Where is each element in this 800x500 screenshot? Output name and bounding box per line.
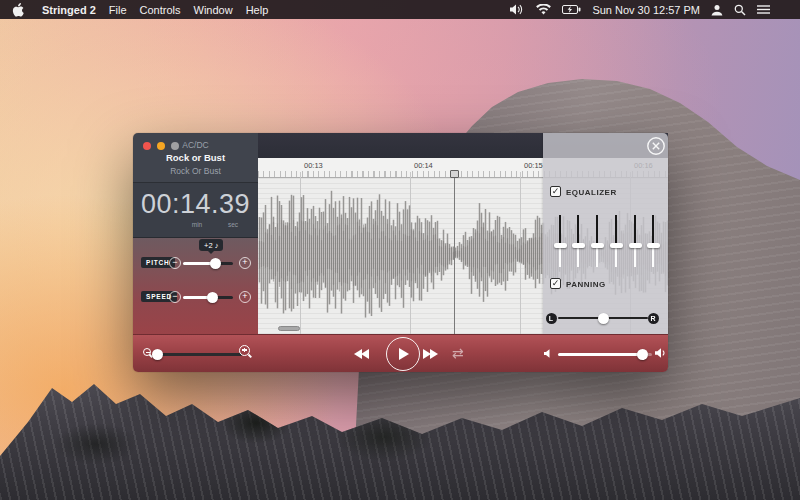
eq-knob-1k[interactable] — [610, 243, 623, 248]
song-artist: AC/DC — [133, 140, 258, 150]
volume-max-icon[interactable] — [655, 347, 667, 359]
pan-right-badge: R — [648, 313, 659, 324]
app-window: AC/DC Rock or Bust Rock Or Bust 00:14.39… — [133, 133, 668, 372]
waveform-scrollbar-thumb[interactable] — [278, 326, 300, 331]
eq-band-500: 500 — [587, 215, 607, 267]
eq-band-1k: 1k — [606, 215, 626, 267]
notification-center-icon[interactable] — [757, 4, 770, 15]
eq-knob-250[interactable] — [572, 243, 585, 248]
play-triangle-icon — [399, 348, 409, 360]
menu-item-help[interactable]: Help — [246, 4, 269, 16]
spotlight-search-icon[interactable] — [734, 4, 746, 16]
playhead-handle[interactable] — [450, 170, 459, 178]
panning-checkbox[interactable]: ✓ — [550, 278, 561, 289]
menu-app-name[interactable]: Stringed 2 — [42, 4, 96, 16]
play-button[interactable] — [386, 337, 420, 371]
time-label-14: 00:14 — [414, 161, 433, 170]
speed-slider-knob[interactable] — [207, 292, 218, 303]
eq-slider-16k[interactable] — [652, 215, 654, 267]
song-title: Rock or Bust — [133, 152, 258, 163]
zoom-out-icon[interactable] — [143, 348, 151, 356]
zoom-slider[interactable] — [155, 353, 242, 356]
menu-clock[interactable]: Sun Nov 30 12:57 PM — [592, 4, 700, 16]
volume-slider[interactable] — [558, 353, 652, 356]
equalizer-label: EQUALIZER — [566, 188, 617, 197]
pitch-value-badge: +2 ♪ — [199, 239, 223, 251]
menu-item-controls[interactable]: Controls — [140, 4, 181, 16]
zoom-slider-knob[interactable] — [152, 349, 163, 360]
eq-slider-2k[interactable] — [634, 215, 636, 267]
eq-slider-64[interactable] — [559, 215, 561, 267]
eq-knob-500[interactable] — [591, 243, 604, 248]
eq-knob-64[interactable] — [554, 243, 567, 248]
eq-slider-250[interactable] — [577, 215, 579, 267]
panning-row: L R — [543, 311, 668, 325]
pan-slider-knob[interactable] — [598, 313, 609, 324]
time-label-15: 00:15 — [524, 161, 543, 170]
menu-item-file[interactable]: File — [109, 4, 127, 16]
volume-min-icon[interactable] — [544, 349, 552, 358]
apple-menu-icon[interactable] — [12, 3, 24, 17]
speed-slider[interactable] — [183, 296, 233, 299]
speed-increase-button[interactable]: + — [239, 291, 251, 303]
eq-knob-16k[interactable] — [647, 243, 660, 248]
speed-decrease-button[interactable]: − — [169, 291, 181, 303]
song-album: Rock Or Bust — [133, 166, 258, 176]
menu-item-window[interactable]: Window — [194, 4, 233, 16]
pan-slider[interactable] — [558, 317, 648, 319]
song-info-section: AC/DC Rock or Bust Rock Or Bust — [133, 133, 258, 183]
pitch-increase-button[interactable]: + — [239, 257, 251, 269]
user-switch-icon[interactable] — [711, 4, 723, 16]
elapsed-time-display: 00:14.39 — [133, 189, 258, 220]
rewind-triangle-icon — [361, 349, 369, 359]
wifi-status-icon[interactable] — [536, 4, 551, 15]
repeat-button[interactable]: ⇄ — [452, 344, 464, 362]
volume-slider-knob[interactable] — [637, 349, 648, 360]
volume-status-icon[interactable] — [510, 4, 525, 15]
eq-slider-500[interactable] — [596, 215, 598, 267]
time-label-13: 00:13 — [304, 161, 323, 170]
pitch-slider[interactable] — [183, 262, 233, 265]
battery-charging-icon[interactable] — [562, 5, 581, 14]
pitch-row: +2 ♪ PITCH − + — [133, 251, 258, 275]
eq-slider-1k[interactable] — [615, 215, 617, 267]
pan-left-badge: L — [546, 313, 557, 324]
pitch-decrease-button[interactable]: − — [169, 257, 181, 269]
speed-row: SPEED − + — [133, 285, 258, 309]
zoom-in-icon[interactable] — [239, 345, 250, 356]
timer-min-label: min — [185, 221, 209, 228]
close-panel-button[interactable] — [645, 135, 667, 157]
pitch-speed-section: +2 ♪ PITCH − + SPEED − + — [133, 238, 258, 334]
playback-toolbar: ⇄ — [133, 334, 668, 372]
effects-panel: ✓ EQUALIZER 64 250 500 1k 2k — [543, 133, 668, 334]
eq-band-16k: 16k — [643, 215, 663, 267]
eq-band-64: 64 — [550, 215, 570, 267]
eq-band-2k: 2k — [625, 215, 645, 267]
fast-forward-button[interactable] — [423, 349, 438, 359]
timer-sec-label: sec — [221, 221, 245, 228]
sidebar: AC/DC Rock or Bust Rock Or Bust 00:14.39… — [133, 133, 258, 334]
menu-bar: Stringed 2 File Controls Window Help Sun… — [0, 0, 800, 19]
pitch-slider-knob[interactable] — [210, 258, 221, 269]
fast-forward-triangle-icon — [430, 349, 438, 359]
eq-knob-2k[interactable] — [629, 243, 642, 248]
panning-label: PANNING — [566, 280, 606, 289]
eq-band-250: 250 — [568, 215, 588, 267]
equalizer-checkbox[interactable]: ✓ — [550, 186, 561, 197]
rewind-button[interactable] — [354, 349, 369, 359]
timer-section: 00:14.39 min sec — [133, 183, 258, 238]
